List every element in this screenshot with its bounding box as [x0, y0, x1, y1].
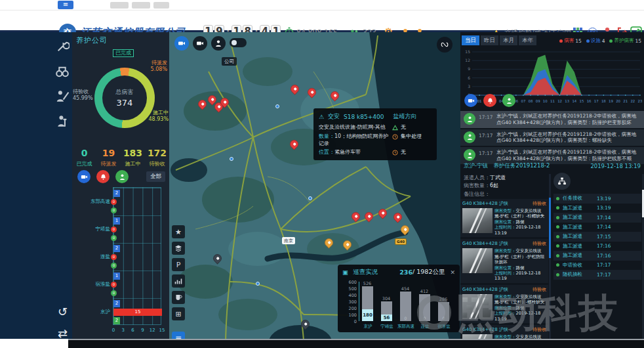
toolbar-chip[interactable] [132, 2, 150, 9]
step-dot [556, 273, 559, 276]
timeline-step[interactable]: 施工派遣 17:14 [553, 223, 641, 232]
timeline-step[interactable]: 施工派遣 17:16 [553, 242, 641, 251]
road-event-dot[interactable] [308, 196, 312, 200]
undo-icon[interactable]: ↺ [58, 305, 68, 318]
swap-icon[interactable]: ⇄ [58, 326, 68, 340]
task-detail-fields: 派遣人员：丁武道病害数量：6起备注信息： [464, 174, 548, 198]
chart-icon[interactable] [172, 274, 185, 288]
notification-item[interactable]: 17:17 京沪-宁镇，刘斌正在对养护任务20191218-2申请验收，病害地点… [460, 111, 644, 128]
layer-toggle[interactable] [230, 38, 247, 47]
worker-button[interactable] [211, 36, 226, 51]
disease-card[interactable]: G40 K384+428 沪陕 待验收 病害类型：交安及沿线设施-护栏（立杆）-… [460, 199, 548, 237]
route-loop-button[interactable] [437, 37, 453, 53]
pick-worker-icon[interactable] [55, 89, 70, 104]
patrol-title: ▣ 巡查实况 [342, 268, 378, 276]
camera-blue-button[interactable] [174, 36, 189, 51]
timeline-step[interactable]: 施工派遣 17:14 [553, 213, 641, 223]
wrench-icon[interactable] [55, 39, 70, 54]
timeline-step[interactable]: 随机抽检 17:17 [553, 270, 641, 280]
y-tick: 200 [342, 306, 357, 311]
chart-legend: 病害15设施4养护病害15 [559, 37, 641, 44]
binoculars-icon[interactable] [55, 64, 70, 79]
disease-card[interactable]: G40 K384+428 沪陕 待验收 病害类型：交安及沿线设施-护栏（立杆）-… [460, 239, 548, 283]
road-event-dot[interactable] [230, 157, 233, 161]
step-time: 13:19 [597, 196, 611, 202]
notification-item[interactable]: 17:17 京沪-宁镇，刘斌正在对养护任务20191218-2申请验收，病害地点… [460, 129, 644, 146]
callout-working: 施工中 48.93% [148, 110, 169, 123]
tab-昨日[interactable]: 昨日 [481, 35, 498, 45]
facility-filter-icon[interactable] [464, 94, 477, 107]
step-label: 施工派遣 [563, 233, 597, 240]
grid-icon[interactable]: ⊞ [172, 307, 185, 320]
step-time: 17:15 [597, 234, 611, 240]
worker-filter-icon[interactable] [115, 170, 129, 183]
tab-当日[interactable]: 当日 [462, 35, 479, 45]
y-tick: 100 [342, 313, 357, 318]
parking-icon[interactable]: P [172, 258, 185, 271]
layers-icon[interactable] [172, 242, 185, 255]
bar-category-label: 连盐 [72, 253, 110, 260]
timeline-step[interactable]: 施工派遣 17:15 [553, 232, 641, 242]
timeline-step[interactable]: 施工派遣 13:19 [553, 204, 641, 213]
bar-category-label: 京沪 [72, 309, 110, 315]
detail-field: 派遣人员：丁武道 [464, 174, 548, 182]
patrol-panel: ▣ 巡查实况 236 / 1982公里 ✕ 600500400300200100… [338, 265, 460, 332]
map-tooltip: ⚠ 交安 S18 k85+400 盐靖方向 交安及沿线设施-防眩网-其他 无数量… [313, 108, 437, 160]
disease-filter-icon[interactable] [483, 94, 496, 107]
menu-hamburger-icon[interactable]: ≡ [58, 1, 73, 9]
toolbar-chip[interactable] [153, 2, 169, 9]
close-icon[interactable]: ✕ [450, 269, 455, 276]
x-tick: 3 [122, 328, 125, 333]
card-photo[interactable] [462, 248, 493, 273]
disease-card[interactable]: G40 K384+428 沪陕 待验收 病害类型：交安及沿线设施-护栏（立杆）-… [460, 285, 548, 323]
disease-filter-icon[interactable] [96, 170, 110, 183]
y-tick: 400 [342, 293, 357, 298]
bar-total-label: 526 [357, 281, 377, 286]
bar-设施: 1 [113, 272, 120, 280]
notification-list: 17:17 京沪-宁镇，刘斌正在对养护任务20191218-2申请验收，病害地点… [460, 111, 644, 164]
card-photo[interactable] [462, 294, 493, 319]
card-title: G40 K384+428 沪陕 [462, 286, 508, 293]
step-time: 17:14 [597, 224, 611, 230]
filter-all-button[interactable]: 全部 [146, 171, 165, 182]
road-event-dot[interactable] [275, 104, 279, 108]
y-tick: 300 [342, 299, 357, 305]
task-title-bar[interactable]: 京沪-宁镇 养护任务20191218-2 2019-12-18 13:19 [460, 161, 644, 171]
step-label: 施工派遣 [563, 214, 597, 221]
step-dot [556, 216, 559, 219]
task-date: 2019-12-18 13:19 [590, 163, 641, 169]
card-photo[interactable] [462, 208, 493, 233]
donut-center: 总病害 374 [102, 76, 147, 120]
x-tick: 9 [141, 328, 144, 333]
stats-row: 0已完成19待派发183施工中172待验收 [72, 148, 169, 167]
worker-icon [464, 113, 475, 125]
bar-设施: 2 [113, 245, 120, 252]
company-filter-chip[interactable]: 公司 [222, 57, 237, 66]
road-event-dot[interactable] [256, 282, 260, 286]
tab-本月[interactable]: 本月 [500, 35, 517, 45]
bar-病害: 15 [113, 309, 162, 316]
browser-strip: ≡ [0, 0, 644, 11]
step-time: 17:17 [597, 272, 611, 278]
timeline-step[interactable]: 施工派遣 17:16 [553, 251, 641, 261]
cup-icon[interactable] [172, 291, 185, 304]
camera-dark-button[interactable] [193, 36, 207, 51]
events-panel: 当日昨日本月本年 病害15设施4养护病害15 0 3 6 9 12 15 00 … [460, 32, 644, 348]
toolbar-chip[interactable] [110, 2, 129, 9]
map-toolbar: ★P⊞ [172, 225, 185, 320]
tab-本年[interactable]: 本年 [519, 35, 536, 45]
org-tree-icon[interactable] [553, 173, 571, 190]
notification-text: 京沪-宁镇，刘斌正在对养护任务20191218-2申请验收，病害地点G40 K3… [496, 149, 641, 162]
cards-scrollbar[interactable] [549, 174, 551, 348]
task-timeline: 任务接收 13:19 施工派遣 13:19 施工派遣 17:14 施工派遣 17… [553, 194, 641, 280]
bar-zero-病害: 0 [111, 227, 117, 232]
facility-filter-icon[interactable] [77, 170, 91, 183]
worker-filter-icon[interactable] [502, 94, 515, 107]
step-label: 任务接收 [563, 195, 597, 202]
timeline-step[interactable]: 申请验收 17:17 [553, 261, 641, 271]
notification-text: 京沪-宁镇，刘斌正在对养护任务20191218-2申请验收，病害地点G40 K3… [496, 131, 641, 144]
timeline-step[interactable]: 任务接收 13:19 [553, 194, 641, 204]
bar-设施: 1 [113, 217, 120, 225]
shovel-worker-icon[interactable] [55, 114, 70, 129]
star-icon[interactable]: ★ [172, 225, 185, 238]
